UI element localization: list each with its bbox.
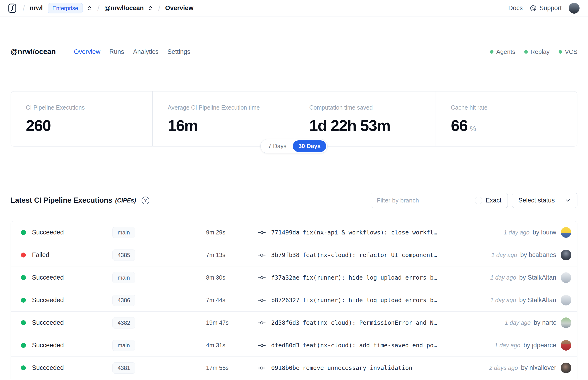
- git-commit-icon: [258, 364, 266, 372]
- top-navbar: / nrwl Enterprise / @nrwl/ocean / Overvi…: [0, 0, 588, 17]
- cipe-filters: Exact Select status: [371, 193, 577, 208]
- time-ago: 1 day ago: [491, 252, 517, 258]
- branch-badge[interactable]: main: [113, 227, 135, 238]
- table-row[interactable]: Succeeded 4382 19m 47s 2d58f6d3 feat(nx-…: [11, 312, 577, 334]
- branch-cell: 4381: [113, 362, 206, 374]
- status-label: Succeeded: [32, 342, 64, 349]
- author-avatar[interactable]: [561, 272, 571, 283]
- git-commit-icon: [258, 274, 266, 282]
- nx-cloud-logo-icon[interactable]: [8, 3, 18, 13]
- author: by nartc: [534, 319, 556, 326]
- author-avatar[interactable]: [561, 295, 571, 305]
- breadcrumb-separator: /: [23, 4, 25, 12]
- tab-overview[interactable]: Overview: [74, 48, 100, 56]
- help-icon[interactable]: ?: [142, 197, 149, 204]
- tab-analytics[interactable]: Analytics: [133, 48, 158, 56]
- status-dot: [21, 298, 26, 303]
- feature-statuses: Agents Replay VCS: [490, 48, 577, 56]
- range-7-days-button[interactable]: 7 Days: [262, 140, 293, 152]
- duration-cell: 9m 29s: [206, 229, 244, 236]
- commit-message: fix(runner): hide log upload errors b…: [303, 297, 437, 304]
- stats-card: CI Pipeline Executions 260 Average CI Pi…: [11, 91, 577, 147]
- author-avatar[interactable]: [561, 318, 571, 328]
- branch-badge[interactable]: 4382: [113, 317, 135, 328]
- feature-replay: Replay: [524, 48, 550, 56]
- table-row[interactable]: Succeeded main 4m 31s dfed80d3 feat(nx-c…: [11, 334, 577, 357]
- breadcrumb-workspace[interactable]: @nrwl/ocean: [104, 4, 144, 12]
- table-row[interactable]: Succeeded 4386 7m 44s b8726327 fix(runne…: [11, 289, 577, 312]
- author: by lourw: [532, 229, 556, 236]
- breadcrumb: / nrwl Enterprise / @nrwl/ocean / Overvi…: [8, 3, 193, 13]
- branch-cell: main: [113, 340, 206, 351]
- commit-cell[interactable]: dfed80d3 feat(nx-cloud): add time-saved …: [258, 342, 437, 349]
- branch-badge[interactable]: main: [113, 272, 135, 283]
- support-link[interactable]: Support: [530, 4, 562, 12]
- table-row[interactable]: Succeeded main 9m 29s 771499da fix(nx-ap…: [11, 221, 577, 244]
- lifebuoy-icon: [530, 5, 537, 12]
- commit-cell[interactable]: f37a32ae fix(runner): hide log upload er…: [258, 274, 437, 282]
- status-label: Succeeded: [32, 364, 64, 372]
- status-cell: Succeeded: [21, 342, 113, 349]
- branch-badge[interactable]: 4385: [113, 249, 135, 261]
- commit-message: feat(nx-cloud): add time-saved end po…: [303, 342, 437, 349]
- time-ago: 1 day ago: [490, 297, 516, 304]
- feature-vcs: VCS: [559, 48, 577, 56]
- author-avatar[interactable]: [561, 340, 571, 351]
- breadcrumb-separator: /: [158, 4, 160, 12]
- duration-cell: 8m 30s: [206, 274, 244, 281]
- meta-cell: 1 day ago by bcabanes: [491, 250, 571, 260]
- exact-checkbox[interactable]: [475, 197, 482, 204]
- commit-cell[interactable]: 771499da fix(nx-api & workflows): close …: [258, 228, 437, 237]
- range-30-days-button[interactable]: 30 Days: [293, 140, 326, 152]
- workspace-tabs: Overview Runs Analytics Settings: [74, 48, 190, 56]
- git-commit-icon: [258, 296, 266, 304]
- status-cell: Failed: [21, 251, 113, 259]
- stat-value: 66: [451, 117, 467, 134]
- divider: [481, 45, 481, 58]
- status-cell: Succeeded: [21, 364, 113, 372]
- git-commit-icon: [258, 319, 266, 327]
- user-avatar[interactable]: [569, 3, 580, 14]
- table-row[interactable]: Succeeded 4381 17m 55s 0918b0be remove u…: [11, 357, 577, 379]
- chevron-down-icon: [565, 197, 571, 204]
- breadcrumb-org[interactable]: nrwl: [30, 4, 43, 12]
- table-row[interactable]: Succeeded main 8m 30s f37a32ae fix(runne…: [11, 266, 577, 289]
- commit-cell[interactable]: 0918b0be remove unnecessary invalidation: [258, 364, 412, 372]
- exact-toggle[interactable]: Exact: [469, 193, 508, 208]
- commit-cell[interactable]: 3b79fb38 feat(nx-cloud): refactor UI com…: [258, 251, 437, 259]
- feature-label: Replay: [531, 48, 550, 56]
- status-label: Succeeded: [32, 229, 64, 236]
- tab-settings[interactable]: Settings: [168, 48, 190, 56]
- branch-cell: main: [113, 227, 206, 238]
- workspace-switcher-chevrons-icon[interactable]: [147, 5, 153, 11]
- stat-value: 1d 22h 53m: [309, 117, 390, 134]
- status-select-dropdown[interactable]: Select status: [512, 193, 577, 208]
- branch-cell: 4382: [113, 317, 206, 328]
- commit-message: remove unnecessary invalidation: [303, 364, 412, 371]
- stat-label: CI Pipeline Executions: [26, 104, 143, 111]
- meta-cell: 2 days ago by nixallover: [489, 362, 571, 373]
- commit-hash: 771499da: [271, 229, 299, 236]
- author-avatar[interactable]: [561, 250, 571, 260]
- commit-cell[interactable]: 2d58f6d3 feat(nx-cloud): PermissionError…: [258, 319, 437, 327]
- branch-filter-input[interactable]: [371, 193, 469, 208]
- feature-status-dot: [559, 50, 562, 54]
- commit-cell[interactable]: b8726327 fix(runner): hide log upload er…: [258, 296, 437, 304]
- status-cell: Succeeded: [21, 274, 113, 281]
- author-avatar[interactable]: [561, 362, 571, 373]
- commit-message: fix(runner): hide log upload errors b…: [303, 274, 437, 281]
- exact-label: Exact: [485, 197, 501, 204]
- table-row[interactable]: Failed 4385 7m 13s 3b79fb38 feat(nx-clou…: [11, 244, 577, 266]
- branch-badge[interactable]: 4386: [113, 295, 135, 306]
- branch-badge[interactable]: main: [113, 340, 135, 351]
- docs-link[interactable]: Docs: [508, 4, 523, 12]
- commit-message: fix(nx-api & workflows): close workfl…: [303, 229, 437, 236]
- status-cell: Succeeded: [21, 229, 113, 236]
- author-avatar[interactable]: [561, 227, 571, 238]
- org-switcher-chevrons-icon[interactable]: [86, 5, 93, 11]
- tab-runs[interactable]: Runs: [109, 48, 124, 56]
- status-label: Failed: [32, 251, 49, 259]
- cipe-section-header: Latest CI Pipeline Executions (CIPEs) ? …: [11, 193, 577, 208]
- date-range-toggle: 7 Days 30 Days: [260, 139, 328, 153]
- branch-badge[interactable]: 4381: [113, 362, 135, 374]
